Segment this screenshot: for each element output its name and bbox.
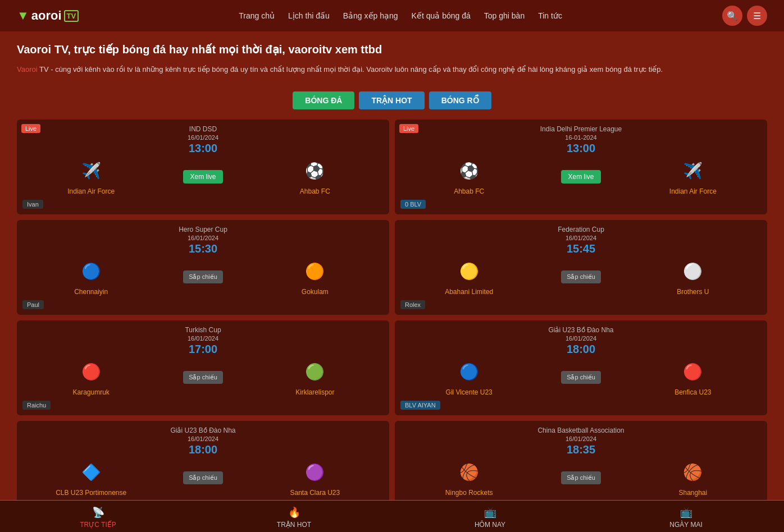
truc-tiep-label: TRỰC TIẾP: [80, 521, 116, 529]
bottom-nav-truc-tiep[interactable]: 📡 TRỰC TIẾP: [0, 501, 196, 532]
team-away-logo: ⚪: [680, 259, 706, 285]
menu-button[interactable]: ☰: [747, 6, 767, 26]
sap-chieu-label: Sắp chiếu: [183, 270, 223, 283]
team-home-name: CLB U23 Portimonense: [56, 489, 126, 497]
ngay-mai-label: NGÀY MAI: [669, 521, 702, 529]
team-away-name: Indian Air Force: [669, 187, 717, 195]
commentator-badge: Raichu: [22, 401, 51, 410]
match-center: Xem live: [537, 170, 624, 184]
search-button[interactable]: 🔍: [722, 6, 742, 26]
hero-section: Vaoroi TV, trực tiếp bóng đá hay nhất mọ…: [0, 31, 784, 81]
team-home: ✈️ Indian Air Force: [22, 158, 159, 195]
team-home-logo: 🔵: [78, 259, 104, 285]
team-away-logo: 🟣: [302, 460, 328, 485]
match-date: 16/01/2024: [400, 335, 762, 342]
match-teams: 🔷 CLB U23 Portimonense Sắp chiếu 🟣 Santa…: [22, 460, 384, 497]
nav-trang-chu[interactable]: Trang chủ: [239, 11, 275, 20]
match-date: 16/01/2024: [22, 134, 384, 141]
team-away-name: Santa Clara U23: [290, 489, 340, 497]
truc-tiep-icon: 📡: [92, 506, 104, 519]
bottom-nav-ngay-mai[interactable]: 📺 NGÀY MAI: [588, 501, 784, 532]
match-time: 18:00: [400, 343, 762, 356]
team-away-logo: 🟢: [302, 359, 328, 385]
team-home-name: Abahani Limited: [445, 288, 493, 296]
hom-nay-label: HÔM NAY: [475, 521, 505, 529]
nav-ket-qua[interactable]: Kết quả bóng đá: [412, 11, 471, 20]
match-date: 16/01/2024: [22, 435, 384, 442]
team-home: 🏀 Ningbo Rockets: [400, 460, 537, 497]
match-center: Sắp chiếu: [537, 371, 624, 384]
match-league: IND DSD: [22, 125, 384, 133]
live-badge: Live: [21, 124, 40, 133]
match-teams: ✈️ Indian Air Force Xem live ⚽ Ahbab FC: [22, 158, 384, 195]
sap-chieu-label: Sắp chiếu: [561, 471, 601, 484]
bottom-nav-tran-hot[interactable]: 🔥 TRẬN HOT: [196, 501, 392, 532]
nav-tin-tuc[interactable]: Tin tức: [538, 11, 562, 20]
hero-description: Vaoroi TV - cùng với kênh vào rồi tv là …: [17, 64, 767, 76]
bottom-nav-hom-nay[interactable]: 📺 HÔM NAY: [392, 501, 588, 532]
logo[interactable]: ▼ aoroi TV: [17, 8, 79, 23]
match-league: India Delhi Premier League: [400, 125, 762, 133]
match-center: Sắp chiếu: [159, 371, 246, 384]
match-center: Sắp chiếu: [159, 270, 246, 283]
sap-chieu-label: Sắp chiếu: [561, 270, 601, 283]
team-away: 🟢 Kirklarelispor: [247, 359, 384, 396]
xem-live-btn[interactable]: Xem live: [183, 170, 222, 184]
team-home: 🔴 Karagumruk: [22, 359, 159, 396]
bottom-nav: 📡 TRỰC TIẾP 🔥 TRẬN HOT 📺 HÔM NAY 📺 NGÀY …: [0, 500, 784, 532]
match-center: Xem live: [159, 170, 246, 184]
match-time: 18:35: [400, 443, 762, 456]
team-home: 🔵 Chennaiyin: [22, 259, 159, 296]
team-home-name: Ahbab FC: [454, 187, 484, 195]
nav-top-ghi-ban[interactable]: Top ghi bàn: [484, 11, 525, 20]
tran-hot-label: TRẬN HOT: [277, 521, 311, 529]
xem-live-btn[interactable]: Xem live: [561, 170, 600, 184]
match-center: Sắp chiếu: [159, 471, 246, 484]
team-home-logo: 🔴: [78, 359, 104, 385]
team-away: 🟣 Santa Clara U23: [247, 460, 384, 497]
team-away: 🏀 Shanghai: [625, 460, 762, 497]
match-league: Giải U23 Bồ Đào Nha: [400, 326, 762, 334]
team-home-logo: 🔵: [456, 359, 482, 385]
match-card-5: Giải U23 Bồ Đào Nha 16/01/2024 18:00 🔵 G…: [395, 320, 767, 415]
team-home-name: Chennaiyin: [74, 288, 108, 296]
commentator-badge: Paul: [22, 300, 44, 309]
match-league: Hero Super Cup: [22, 226, 384, 233]
tab-tran-hot[interactable]: TRẬN HOT: [359, 91, 424, 109]
match-date: 16-01-2024: [400, 134, 762, 141]
header-icons: 🔍 ☰: [722, 6, 767, 26]
match-time: 13:00: [400, 142, 762, 155]
team-away-logo: 🟠: [302, 259, 328, 285]
match-date: 16/01/2024: [22, 335, 384, 342]
hero-desc-text: TV - cùng với kênh vào rồi tv là những k…: [38, 65, 663, 74]
match-center: Sắp chiếu: [537, 471, 624, 484]
nav-bang-xep-hang[interactable]: Bảng xếp hạng: [343, 11, 398, 20]
hero-title: Vaoroi TV, trực tiếp bóng đá hay nhất mọ…: [17, 43, 767, 56]
commentator-badge: BLV AIYAN: [400, 401, 440, 410]
team-away: ✈️ Indian Air Force: [625, 158, 762, 195]
team-home-name: Karagumruk: [72, 388, 109, 396]
match-date: 16/01/2024: [400, 235, 762, 241]
match-card-3: Federation Cup 16/01/2024 15:45 🟡 Abahan…: [395, 220, 767, 315]
logo-v: ▼: [17, 8, 29, 23]
match-card-4: Turkish Cup 16/01/2024 17:00 🔴 Karagumru…: [17, 320, 389, 415]
ngay-mai-icon: 📺: [680, 506, 692, 519]
match-league: Giải U23 Bồ Đào Nha: [22, 426, 384, 434]
team-away-name: Kirklarelispor: [295, 388, 334, 396]
match-teams: 🔵 Chennaiyin Sắp chiếu 🟠 Gokulam: [22, 259, 384, 296]
team-away: 🔴 Benfica U23: [625, 359, 762, 396]
match-time: 15:45: [400, 242, 762, 255]
match-center: Sắp chiếu: [537, 270, 624, 283]
main-nav: Trang chủ Lịch thi đấu Bảng xếp hạng Kết…: [95, 11, 705, 20]
match-teams: 🔴 Karagumruk Sắp chiếu 🟢 Kirklarelispor: [22, 359, 384, 396]
match-card-2: Hero Super Cup 16/01/2024 15:30 🔵 Chenna…: [17, 220, 389, 315]
team-away-name: Shanghai: [678, 489, 707, 497]
nav-lich-thi-dau[interactable]: Lịch thi đấu: [288, 11, 330, 20]
team-home-logo: ✈️: [78, 158, 104, 184]
commentator-badge: Ivan: [22, 200, 43, 209]
team-away-logo: ⚽: [302, 158, 328, 184]
tran-hot-icon: 🔥: [288, 506, 300, 519]
tab-bong-da[interactable]: BÓNG ĐÁ: [293, 91, 354, 109]
hero-brand: Vaoroi: [17, 65, 38, 74]
tab-bong-ro[interactable]: BÓNG RỔ: [429, 91, 491, 109]
